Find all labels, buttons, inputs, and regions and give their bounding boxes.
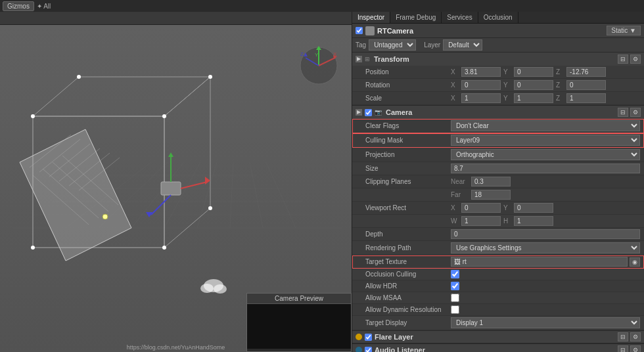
object-active-checkbox[interactable] [356,27,363,34]
static-button[interactable]: Static ▼ [607,26,641,35]
allow-hdr-checkbox[interactable] [451,282,459,290]
culling-mask-label: Culling Mask [365,137,451,144]
tag-layer-row: Tag Untagged Layer Default [352,38,644,53]
camera-component: ▶ 📷 Camera ⊟ ⚙ Clear Flags Don't Clear S… [352,106,644,331]
tab-inspector[interactable]: Inspector [352,12,390,23]
transform-settings-button[interactable]: ⚙ [630,55,641,64]
allow-hdr-label: Allow HDR [365,282,451,290]
tab-frame-debug[interactable]: Frame Debug [390,12,442,23]
audio-listener-icon [356,347,362,352]
transform-icons: ⊟ ⚙ [618,55,641,64]
viewport-rect-value: X Y [451,203,640,213]
svg-line-32 [151,195,171,215]
rotation-value: X Y Z [451,80,640,90]
rot-y-input[interactable] [514,80,553,90]
target-texture-browse-button[interactable]: ◉ [630,257,640,267]
position-value: X Y Z [451,67,640,77]
gizmos-button[interactable]: Gizmos [3,1,34,11]
projection-select[interactable]: Orthographic Perspective [451,149,640,160]
pos-y-input[interactable] [514,67,553,77]
tag-select[interactable]: Untagged [369,39,416,51]
svg-marker-14 [33,77,210,116]
vp-w-label: W [451,217,459,225]
svg-line-12 [266,162,296,228]
occlusion-culling-label: Occlusion Culling [365,271,451,278]
far-input[interactable] [471,190,511,200]
rot-z-label: Z [556,81,564,89]
object-header: RTCamera Static ▼ [352,24,644,38]
allow-dynamic-value [451,305,640,314]
svg-line-10 [230,162,233,228]
vp-w-input[interactable] [461,216,501,226]
flare-layer-checkbox[interactable] [365,334,372,341]
camera-settings-button[interactable]: ⚙ [630,108,641,117]
target-display-row: Target Display Display 1 Display 2 [352,316,644,330]
depth-input[interactable] [451,229,640,239]
target-texture-input[interactable] [451,257,628,267]
transform-ref-button[interactable]: ⊟ [618,55,628,64]
vp-h-input[interactable] [514,216,553,226]
scale-xyz: X Y Z [451,93,606,103]
projection-value: Orthographic Perspective [451,149,640,160]
scale-y-input[interactable] [514,93,553,103]
rot-x-input[interactable] [461,80,501,90]
rendering-path-label: Rendering Path [365,244,451,252]
depth-row: Depth [352,228,644,241]
transform-grid-icon: ⊞ [365,56,370,62]
inspector-panel[interactable]: Inspector Frame Debug Services Occlusion… [352,12,644,352]
pos-z-input[interactable] [566,67,606,77]
scene-3d[interactable]: Y X Z ← Persp Camera Preview [0,25,352,352]
rot-z-input[interactable] [566,80,606,90]
tab-services[interactable]: Services [442,12,478,23]
scale-z-input[interactable] [566,93,606,103]
camera-ref-button[interactable]: ⊟ [618,108,628,117]
size-value [451,164,640,173]
position-label: Position [365,68,451,76]
allow-dynamic-checkbox[interactable] [451,305,459,314]
viewport-wh-value: W H [451,216,640,226]
transform-title: Transform [374,55,409,63]
allow-msaa-value [451,294,640,302]
occlusion-culling-checkbox[interactable] [451,270,459,278]
depth-value [451,229,640,239]
vp-h-label: H [503,217,511,225]
vp-x-input[interactable] [461,203,501,213]
audio-listener-settings-button[interactable]: ⚙ [630,345,641,352]
rot-y-label: Y [503,81,511,89]
size-input[interactable] [451,164,640,173]
audio-listener-ref-button[interactable]: ⊟ [618,345,628,352]
viewport-rect-label: Viewport Rect [365,204,451,211]
clipping-planes-row: Clipping Planes Near [352,175,644,188]
layer-select[interactable]: Default [443,39,482,51]
inspector-tabs: Inspector Frame Debug Services Occlusion [352,12,644,24]
audio-listener-title: Audio Listener [375,346,425,352]
camera-header[interactable]: ▶ 📷 Camera ⊟ ⚙ [352,106,644,119]
flare-layer-header[interactable]: Flare Layer ⊟ ⚙ [352,331,644,343]
flare-layer-ref-button[interactable]: ⊟ [618,332,628,341]
target-display-select[interactable]: Display 1 Display 2 [451,317,640,328]
audio-listener-header[interactable]: Audio Listener ⊟ ⚙ [352,344,644,352]
transform-header[interactable]: ▶ ⊞ Transform ⊟ ⚙ [352,53,644,66]
depth-label: Depth [365,231,451,238]
axis-svg: Y X Z [299,45,338,87]
audio-listener-component: Audio Listener ⊟ ⚙ [352,344,644,352]
vp-y-label: Y [503,204,511,211]
scale-row: Scale X Y Z [352,92,644,105]
svg-line-9 [197,162,217,228]
rendering-path-select[interactable]: Use Graphics Settings Forward Deferred [451,242,640,253]
svg-marker-31 [205,177,210,185]
flare-layer-settings-button[interactable]: ⚙ [630,332,641,341]
allow-msaa-checkbox[interactable] [451,294,459,302]
tab-occlusion[interactable]: Occlusion [478,12,518,23]
audio-listener-checkbox[interactable] [365,347,372,353]
scale-x-input[interactable] [461,93,501,103]
allow-msaa-label: Allow MSAA [365,294,451,301]
pos-y-label: Y [503,68,511,76]
near-input[interactable] [471,177,511,187]
clear-flags-select[interactable]: Don't Clear Skybox Solid Color Depth onl… [451,120,640,131]
pos-x-input[interactable] [461,67,501,77]
vp-y-input[interactable] [514,203,553,213]
camera-enabled-checkbox[interactable] [365,109,372,116]
culling-mask-select[interactable]: Layer09 Everything Nothing [451,135,640,146]
svg-point-43 [208,75,212,79]
